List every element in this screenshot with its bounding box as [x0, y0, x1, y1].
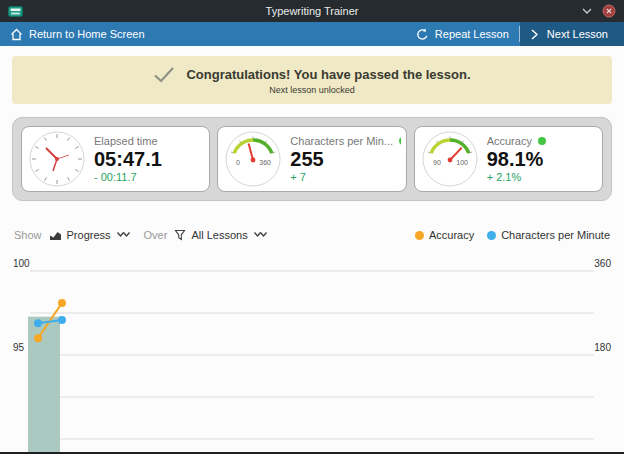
repeat-icon	[416, 28, 429, 41]
repeat-lesson-button[interactable]: Repeat Lesson	[406, 22, 519, 46]
over-label: Over	[144, 229, 168, 241]
chevron-down-icon[interactable]	[582, 8, 592, 14]
window-title: Typewriting Trainer	[0, 5, 624, 17]
svg-text:95: 95	[13, 342, 25, 353]
home-icon	[10, 28, 23, 41]
stat-delta: + 2.1%	[487, 171, 546, 183]
stats-panel: Elapsed time 05:47.1 - 00:11.7 0 360	[12, 117, 612, 201]
chart-legend: Accuracy Characters per Minute	[415, 229, 610, 241]
gauge-min-label: 90	[433, 159, 441, 166]
close-button[interactable]	[602, 4, 616, 18]
graph-type-dropdown[interactable]: Progress	[49, 229, 131, 241]
window-titlebar: Typewriting Trainer	[0, 0, 624, 22]
legend-cpm: Characters per Minute	[487, 229, 610, 241]
legend-accuracy-dot	[415, 231, 424, 240]
stat-label: Characters per Min...	[290, 135, 393, 147]
chart-controls: Show Progress Over All Lessons Accuracy …	[0, 227, 624, 243]
gauge-max-label: 100	[456, 159, 468, 166]
stat-value: 255	[290, 148, 400, 170]
filter-icon	[174, 229, 186, 241]
banner-title: Congratulations! You have passed the les…	[186, 67, 470, 82]
graph-type-value: Progress	[67, 229, 111, 241]
svg-text:100: 100	[13, 258, 30, 269]
next-lesson-label: Next Lesson	[547, 28, 608, 40]
legend-cpm-label: Characters per Minute	[501, 229, 610, 241]
stat-delta: - 00:11.7	[94, 171, 162, 183]
gauge-min-label: 0	[236, 159, 240, 166]
legend-accuracy: Accuracy	[415, 229, 474, 241]
toolbar: Return to Home Screen Repeat Lesson Next…	[0, 22, 624, 46]
stat-card-accuracy: 90 100 Accuracy 98.1% + 2.1%	[414, 126, 603, 192]
chevron-double-down-icon	[253, 231, 268, 239]
stat-label: Elapsed time	[94, 135, 158, 147]
accuracy-gauge-icon: 90 100	[422, 131, 478, 187]
legend-cpm-dot	[487, 231, 496, 240]
progress-chart: 10095360180	[0, 246, 624, 452]
lesson-filter-dropdown[interactable]: All Lessons	[174, 229, 267, 241]
stat-value: 98.1%	[487, 148, 546, 170]
legend-accuracy-label: Accuracy	[429, 229, 474, 241]
home-button[interactable]: Return to Home Screen	[0, 22, 155, 46]
stat-card-elapsed-time: Elapsed time 05:47.1 - 00:11.7	[21, 126, 210, 192]
stat-delta: + 7	[290, 171, 400, 183]
status-dot	[399, 137, 401, 145]
success-banner: Congratulations! You have passed the les…	[12, 56, 612, 104]
show-label: Show	[14, 229, 42, 241]
next-lesson-button[interactable]: Next Lesson	[520, 22, 624, 46]
graph-type-icon	[49, 229, 62, 241]
stat-label: Accuracy	[487, 135, 532, 147]
clock-icon	[29, 131, 85, 187]
stat-value: 05:47.1	[94, 148, 162, 170]
progress-chart-svg: 10095360180	[0, 246, 624, 452]
stat-card-cpm: 0 360 Characters per Min... 255 + 7	[217, 126, 406, 192]
check-icon	[153, 66, 175, 83]
status-dot	[538, 137, 546, 145]
lesson-filter-value: All Lessons	[191, 229, 247, 241]
home-button-label: Return to Home Screen	[29, 28, 145, 40]
next-icon	[531, 29, 538, 40]
gauge-max-label: 360	[260, 159, 272, 166]
chevron-double-down-icon	[116, 231, 131, 239]
app-icon	[8, 4, 23, 19]
svg-text:180: 180	[594, 342, 611, 353]
svg-text:360: 360	[594, 258, 611, 269]
speed-gauge-icon: 0 360	[225, 131, 281, 187]
banner-subtitle: Next lesson unlocked	[269, 85, 355, 95]
repeat-lesson-label: Repeat Lesson	[435, 28, 509, 40]
